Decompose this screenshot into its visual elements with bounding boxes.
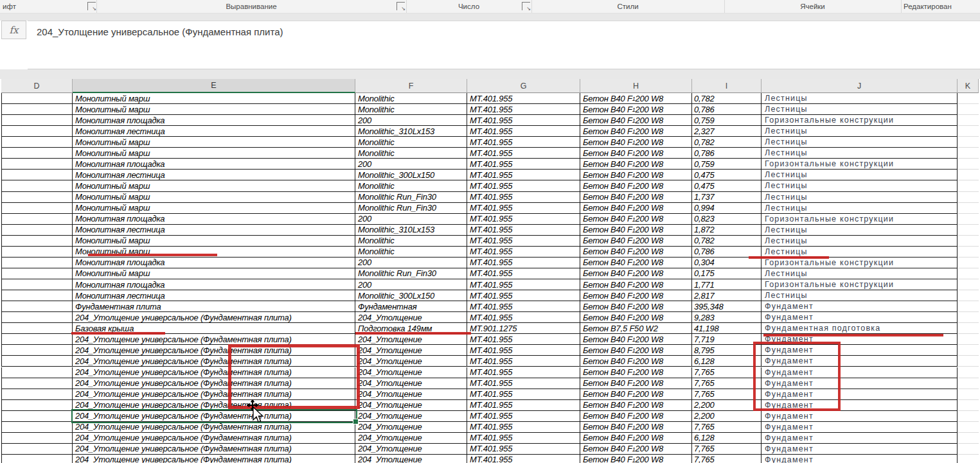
cell-K-32[interactable] bbox=[958, 433, 979, 444]
cell-F-14[interactable]: Monolithic bbox=[355, 236, 467, 247]
cell-F-28[interactable]: 204_Утолщение bbox=[355, 389, 467, 400]
cell-J-20[interactable]: Фундамент bbox=[762, 301, 958, 312]
cell-K-9[interactable] bbox=[958, 180, 979, 191]
cell-H-7[interactable]: Бетон B40 F1200 W8 bbox=[580, 159, 692, 170]
cell-E-3[interactable]: Монолитная площадка bbox=[73, 115, 355, 126]
cell-F-7[interactable]: 200 bbox=[355, 159, 467, 170]
cell-K-30[interactable] bbox=[958, 411, 979, 422]
cell-J-28[interactable]: Фундамент bbox=[762, 389, 958, 400]
cell-H-27[interactable]: Бетон B40 F1200 W8 bbox=[580, 378, 692, 389]
cell-F-34[interactable]: 204_Утолщение bbox=[355, 455, 467, 463]
cell-E-17[interactable]: Монолитный марш bbox=[73, 268, 355, 279]
cell-H-14[interactable]: Бетон B40 F1200 W8 bbox=[580, 236, 692, 247]
cell-J-24[interactable]: Фундамент bbox=[762, 345, 958, 356]
cell-J-8[interactable]: Лестницы bbox=[762, 170, 958, 180]
cell-G-11[interactable]: МТ.401.955 bbox=[467, 203, 580, 214]
cell-I-18[interactable]: 1,771 bbox=[692, 279, 762, 290]
cell-H-28[interactable]: Бетон B40 F1200 W8 bbox=[580, 389, 692, 400]
cell-E-27[interactable]: 204_Утолщение универсальное (Фундаментна… bbox=[73, 378, 355, 389]
cell-H-33[interactable]: Бетон B40 F1200 W8 bbox=[580, 444, 692, 455]
cell-K-13[interactable] bbox=[958, 225, 979, 236]
cell-G-19[interactable]: МТ.401.955 bbox=[467, 290, 580, 301]
cell-G-31[interactable]: МТ.401.955 bbox=[467, 422, 580, 433]
cell-G-9[interactable]: МТ.401.955 bbox=[467, 180, 580, 191]
cell-D-11[interactable] bbox=[1, 203, 73, 214]
fx-button[interactable]: fx bbox=[1, 21, 26, 39]
dialog-launcher-icon[interactable] bbox=[87, 2, 96, 10]
cell-F-15[interactable]: Monolithic bbox=[355, 247, 467, 258]
cell-I-17[interactable]: 0,175 bbox=[692, 268, 762, 279]
column-header-K[interactable]: K bbox=[958, 79, 979, 93]
cell-F-30[interactable]: 204_Утолщение bbox=[355, 411, 467, 422]
cell-I-15[interactable]: 0,786 bbox=[692, 247, 762, 258]
cell-J-30[interactable]: Фундамент bbox=[762, 411, 958, 422]
cell-F-9[interactable]: Monolithic bbox=[355, 180, 467, 191]
cell-G-6[interactable]: МТ.401.955 bbox=[467, 148, 580, 159]
cell-H-16[interactable]: Бетон B40 F1200 W8 bbox=[580, 258, 692, 268]
cell-J-9[interactable]: Лестницы bbox=[762, 180, 958, 191]
cell-H-25[interactable]: Бетон B40 F1200 W8 bbox=[580, 356, 692, 367]
cell-K-19[interactable] bbox=[958, 290, 979, 301]
cell-F-3[interactable]: 200 bbox=[355, 115, 467, 126]
cell-J-10[interactable]: Лестницы bbox=[762, 192, 958, 203]
cell-I-4[interactable]: 2,327 bbox=[692, 126, 762, 137]
cell-E-11[interactable]: Монолитный марш bbox=[73, 203, 355, 214]
cell-E-25[interactable]: 204_Утолщение универсальное (Фундаментна… bbox=[73, 356, 355, 367]
cell-G-25[interactable]: МТ.401.955 bbox=[467, 356, 580, 367]
cell-H-32[interactable]: Бетон B40 F1200 W8 bbox=[580, 433, 692, 444]
cell-I-28[interactable]: 7,765 bbox=[692, 389, 762, 400]
cell-K-17[interactable] bbox=[958, 268, 979, 279]
cell-H-31[interactable]: Бетон B40 F1200 W8 bbox=[580, 422, 692, 433]
cell-K-27[interactable] bbox=[958, 378, 979, 389]
cell-I-33[interactable]: 7,765 bbox=[692, 444, 762, 455]
cell-G-7[interactable]: МТ.401.955 bbox=[467, 159, 580, 170]
cell-E-21[interactable]: 204_Утолщение универсальное (Фундаментна… bbox=[73, 312, 355, 323]
cell-I-3[interactable]: 0,759 bbox=[692, 115, 762, 126]
cell-I-16[interactable]: 0,304 bbox=[692, 258, 762, 268]
cell-F-33[interactable]: 204_Утолщение bbox=[355, 444, 467, 455]
cell-I-21[interactable]: 9,283 bbox=[692, 312, 762, 323]
cell-D-29[interactable] bbox=[1, 400, 73, 411]
cell-E-1[interactable]: Монолитный марш bbox=[73, 93, 355, 104]
cell-K-33[interactable] bbox=[958, 444, 979, 455]
cell-H-24[interactable]: Бетон B40 F1200 W8 bbox=[580, 345, 692, 356]
cell-I-6[interactable]: 0,786 bbox=[692, 148, 762, 159]
cell-G-14[interactable]: МТ.401.955 bbox=[467, 236, 580, 247]
cell-K-2[interactable] bbox=[958, 104, 979, 115]
cell-F-31[interactable]: 204_Утолщение bbox=[355, 422, 467, 433]
cell-F-2[interactable]: Monolithic bbox=[355, 104, 467, 115]
cell-J-6[interactable]: Лестницы bbox=[762, 148, 958, 159]
cell-E-16[interactable]: Монолитная площадка bbox=[73, 258, 355, 268]
cell-E-34[interactable]: 204_Утолщение универсальное (Фундаментна… bbox=[73, 455, 355, 463]
cell-G-26[interactable]: МТ.401.955 bbox=[467, 367, 580, 378]
cell-D-21[interactable] bbox=[1, 312, 73, 323]
cell-F-19[interactable]: Monolithic_300Lx150 bbox=[355, 290, 467, 301]
cell-F-26[interactable]: 204_Утолщение bbox=[355, 367, 467, 378]
cell-F-12[interactable]: 200 bbox=[355, 214, 467, 225]
cell-E-26[interactable]: 204_Утолщение универсальное (Фундаментна… bbox=[73, 367, 355, 378]
cell-K-10[interactable] bbox=[958, 192, 979, 203]
cell-I-13[interactable]: 1,872 bbox=[692, 225, 762, 236]
cell-I-8[interactable]: 0,475 bbox=[692, 170, 762, 180]
cell-I-10[interactable]: 1,737 bbox=[692, 192, 762, 203]
cell-E-23[interactable]: 204_Утолщение универсальное (Фундаментна… bbox=[73, 334, 355, 345]
cell-E-7[interactable]: Монолитная площадка bbox=[73, 159, 355, 170]
cell-D-10[interactable] bbox=[1, 192, 73, 203]
cell-K-22[interactable] bbox=[958, 323, 979, 334]
cell-G-32[interactable]: МТ.401.955 bbox=[467, 433, 580, 444]
column-header-J[interactable]: J bbox=[762, 79, 958, 93]
cell-J-12[interactable]: Горизонтальные конструкции bbox=[762, 214, 958, 225]
cell-D-23[interactable] bbox=[1, 334, 73, 345]
cell-E-14[interactable]: Монолитный марш bbox=[73, 236, 355, 247]
cell-H-21[interactable]: Бетон B40 F1200 W8 bbox=[580, 312, 692, 323]
cell-H-34[interactable]: Бетон B40 F1200 W8 bbox=[580, 455, 692, 463]
cell-J-14[interactable]: Лестницы bbox=[762, 236, 958, 247]
cell-J-16[interactable]: Горизонтальные конструкции bbox=[762, 258, 958, 268]
cell-G-15[interactable]: МТ.401.955 bbox=[467, 247, 580, 258]
cell-H-2[interactable]: Бетон B40 F1200 W8 bbox=[580, 104, 692, 115]
cell-H-30[interactable]: Бетон B40 F1200 W8 bbox=[580, 411, 692, 422]
cell-J-11[interactable]: Лестницы bbox=[762, 203, 958, 214]
cell-D-15[interactable] bbox=[1, 247, 73, 258]
cell-D-9[interactable] bbox=[1, 180, 73, 191]
cell-F-8[interactable]: Monolithic_300Lx150 bbox=[355, 170, 467, 180]
